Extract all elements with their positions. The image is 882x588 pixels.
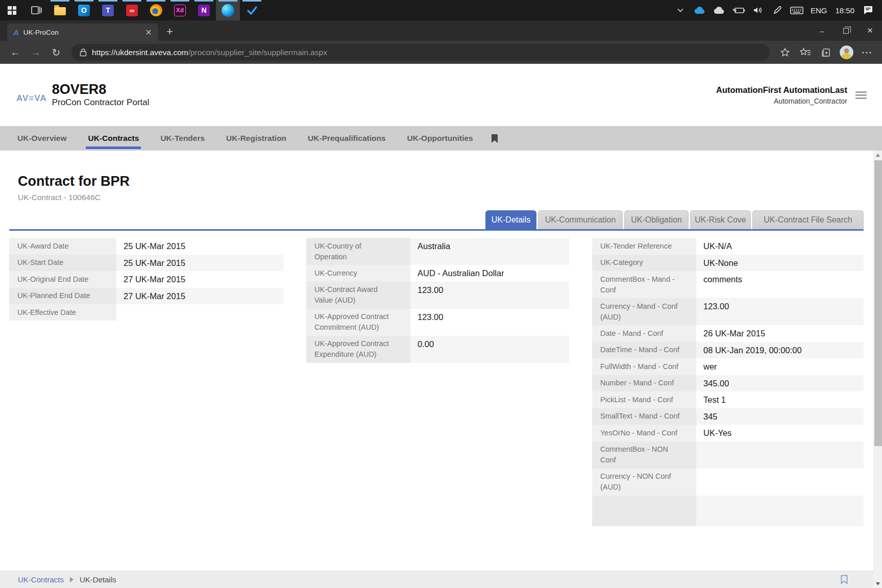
detail-tab[interactable]: UK-Details <box>485 210 536 229</box>
browser-toolbar: ← → ↻ https://ukdersint.aveva.com/procon… <box>0 41 882 64</box>
bookmark-filled-icon <box>491 134 498 143</box>
favorites-list-icon <box>800 47 811 58</box>
brand: AV≡VA 8OVER8 ProCon Contractor Portal <box>16 82 150 108</box>
volume-button[interactable] <box>749 0 767 20</box>
breadcrumb-link[interactable]: UK-Contracts <box>18 575 64 584</box>
breadcrumb-current: UK-Details <box>80 575 116 584</box>
forward-button[interactable]: → <box>27 44 45 61</box>
field-value: comments <box>696 271 864 298</box>
refresh-button[interactable]: ↻ <box>47 44 65 61</box>
hidden-icons-chevron[interactable] <box>672 0 689 20</box>
detail-row: FullWidth - Mand - Conf wer <box>592 358 864 375</box>
detail-row <box>592 496 864 526</box>
task-view-button[interactable] <box>24 0 48 20</box>
browser-menu-button[interactable] <box>857 44 876 61</box>
star-add-icon <box>780 47 790 58</box>
pen-icon <box>772 5 782 15</box>
browser-tab-strip: A UK-ProCon ✕ + – ✕ <box>0 20 882 41</box>
field-value: wer <box>696 358 864 375</box>
detail-col-2: UK-Country of Operation Australia UK-Cur… <box>306 238 569 571</box>
tab-title: UK-ProCon <box>23 29 138 36</box>
teams-icon: T <box>102 5 114 16</box>
onenote-button[interactable]: N <box>192 0 216 20</box>
outlook-button[interactable]: O <box>72 0 96 20</box>
scrollbar-up-button[interactable] <box>873 151 882 159</box>
clock[interactable]: 18:50 <box>832 0 857 20</box>
nav-item[interactable]: UK-Registration <box>215 126 297 151</box>
detail-row: UK-Tender Reference UK-N/A <box>592 238 864 255</box>
onedrive-personal-button[interactable] <box>691 0 708 20</box>
menu-hamburger-icon[interactable] <box>855 91 867 99</box>
detail-row: PickList - Mand - Conf Test 1 <box>592 391 864 408</box>
nav-bookmark-button[interactable] <box>484 126 505 151</box>
onedrive-business-button[interactable] <box>710 0 728 20</box>
edge-button[interactable] <box>216 0 240 20</box>
adobe-xd-button[interactable]: Xd <box>168 0 192 20</box>
maximize-button[interactable] <box>834 20 858 41</box>
detail-tab[interactable]: UK-Contract File Search <box>752 210 864 229</box>
battery-plug-icon <box>732 6 745 15</box>
field-value: 123.00 <box>696 298 864 325</box>
windows-taskbar: O T ∞ Xd N <box>0 0 882 20</box>
scrollbar-thumb[interactable] <box>874 160 882 446</box>
user-role: Automation_Contractor <box>716 97 847 105</box>
tab-close-icon[interactable]: ✕ <box>143 27 154 38</box>
back-button[interactable]: ← <box>6 44 24 61</box>
add-favorite-button[interactable] <box>776 44 794 61</box>
profile-button[interactable] <box>837 44 855 61</box>
field-label: FullWidth - Mand - Conf <box>592 358 696 375</box>
portal-page: AV≡VA 8OVER8 ProCon Contractor Portal Au… <box>0 64 882 588</box>
scrollbar-down-button[interactable] <box>873 579 882 588</box>
detail-row: UK-Effective Date <box>9 304 283 321</box>
field-value: UK-N/A <box>696 238 864 255</box>
aveva-favicon: A <box>13 28 19 37</box>
nav-item[interactable]: UK-Contracts <box>77 126 150 151</box>
close-button[interactable]: ✕ <box>858 20 882 41</box>
pen-button[interactable] <box>769 0 786 20</box>
detail-row: UK-Planned End Date 27 UK-Mar 2015 <box>9 288 283 305</box>
field-label: UK-Award Date <box>9 238 116 255</box>
start-button[interactable] <box>0 0 24 20</box>
microsoft-todo-button[interactable] <box>240 0 264 20</box>
language-indicator[interactable]: ENG <box>807 0 830 20</box>
detail-tabrow: UK-DetailsUK-CommunicationUK-ObligationU… <box>9 210 864 231</box>
field-value <box>696 496 864 526</box>
field-label: Currency - NON Conf (AUD) <box>592 469 696 496</box>
touch-keyboard-button[interactable] <box>788 0 805 20</box>
detail-row: UK-Approved Contract Expenditure (AUD) 0… <box>306 336 569 363</box>
detail-row: UK-Approved Contract Commitment (AUD) 12… <box>306 309 569 336</box>
teams-button[interactable]: T <box>96 0 120 20</box>
footer-bookmark-button[interactable] <box>840 575 848 584</box>
nav-item[interactable]: UK-Opportunities <box>397 126 484 151</box>
nav-item[interactable]: UK-Tenders <box>150 126 215 151</box>
firefox-icon <box>150 4 162 16</box>
onenote-icon: N <box>198 5 210 16</box>
detail-tab[interactable]: UK-Risk Cove <box>690 210 751 229</box>
field-label: Date - Mand - Conf <box>592 325 696 342</box>
user-block: AutomationFirst AutomationLast Automatio… <box>716 85 867 105</box>
action-center-button[interactable] <box>860 0 877 20</box>
battery-button[interactable] <box>730 0 747 20</box>
new-tab-button[interactable]: + <box>166 25 173 38</box>
file-explorer-button[interactable] <box>48 0 72 20</box>
favorites-bar-button[interactable] <box>796 44 815 61</box>
adobe-creative-cloud-icon: ∞ <box>126 5 138 16</box>
collections-button[interactable] <box>817 44 835 61</box>
details-grid: UK-Award Date 25 UK-Mar 2015 UK-Start Da… <box>9 238 864 571</box>
nav-item[interactable]: UK-Prequalifications <box>297 126 396 151</box>
detail-row: Date - Mand - Conf 26 UK-Mar 2015 <box>592 325 864 342</box>
minimize-button[interactable]: – <box>810 20 834 41</box>
firefox-button[interactable] <box>144 0 168 20</box>
address-bar[interactable]: https://ukdersint.aveva.com/procon/suppl… <box>71 44 770 61</box>
browser-tab[interactable]: A UK-ProCon ✕ <box>7 23 158 41</box>
aveva-logo: AV≡VA <box>16 93 47 104</box>
detail-row: UK-Original End Date 27 UK-Mar 2015 <box>9 271 283 288</box>
task-view-icon <box>31 5 42 15</box>
product-name: 8OVER8 <box>52 82 150 97</box>
adobe-creative-cloud-button[interactable]: ∞ <box>120 0 144 20</box>
detail-tab[interactable]: UK-Obligation <box>624 210 689 229</box>
field-label: UK-Approved Contract Expenditure (AUD) <box>306 336 410 363</box>
nav-item[interactable]: UK-Overview <box>7 126 77 151</box>
page-scrollbar[interactable] <box>873 151 882 588</box>
detail-tab[interactable]: UK-Communication <box>538 210 623 229</box>
